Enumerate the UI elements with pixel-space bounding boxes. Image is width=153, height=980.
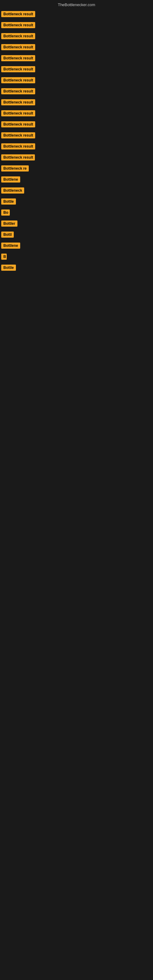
result-row-19[interactable]: Bo bbox=[0, 208, 153, 219]
result-row-11[interactable]: Bottleneck result bbox=[0, 119, 153, 130]
result-row-12[interactable]: Bottleneck result bbox=[0, 130, 153, 142]
bottleneck-badge-3[interactable]: Bottleneck result bbox=[1, 33, 35, 39]
result-row-4[interactable]: Bottleneck result bbox=[0, 42, 153, 53]
bottleneck-badge-15[interactable]: Bottleneck re bbox=[1, 165, 29, 172]
result-row-10[interactable]: Bottleneck result bbox=[0, 108, 153, 119]
bottleneck-badge-1[interactable]: Bottleneck result bbox=[1, 11, 35, 17]
bottleneck-badge-21[interactable]: Bottl bbox=[1, 232, 14, 238]
result-row-22[interactable]: Bottlene bbox=[0, 241, 153, 252]
bottleneck-badge-11[interactable]: Bottleneck result bbox=[1, 121, 35, 127]
result-row-13[interactable]: Bottleneck result bbox=[0, 142, 153, 153]
site-title: TheBottlenecker.com bbox=[58, 2, 95, 7]
badges-container: Bottleneck resultBottleneck resultBottle… bbox=[0, 9, 153, 274]
bottleneck-badge-22[interactable]: Bottlene bbox=[1, 243, 20, 249]
result-row-2[interactable]: Bottleneck result bbox=[0, 20, 153, 31]
bottleneck-badge-19[interactable]: Bo bbox=[1, 210, 10, 216]
bottleneck-badge-16[interactable]: Bottlene bbox=[1, 177, 20, 183]
result-row-24[interactable]: Bottle bbox=[0, 263, 153, 274]
bottleneck-badge-24[interactable]: Bottle bbox=[1, 265, 16, 271]
result-row-1[interactable]: Bottleneck result bbox=[0, 9, 153, 20]
result-row-9[interactable]: Bottleneck result bbox=[0, 97, 153, 108]
bottleneck-badge-7[interactable]: Bottleneck result bbox=[1, 77, 35, 83]
bottleneck-badge-12[interactable]: Bottleneck result bbox=[1, 132, 35, 138]
bottleneck-badge-10[interactable]: Bottleneck result bbox=[1, 110, 35, 116]
bottleneck-badge-14[interactable]: Bottleneck result bbox=[1, 154, 35, 161]
page-container: TheBottlenecker.com Bottleneck resultBot… bbox=[0, 0, 153, 980]
result-row-3[interactable]: Bottleneck result bbox=[0, 31, 153, 42]
result-row-15[interactable]: Bottleneck re bbox=[0, 164, 153, 175]
result-row-20[interactable]: Bottler bbox=[0, 219, 153, 230]
site-header: TheBottlenecker.com bbox=[0, 0, 153, 9]
bottleneck-badge-17[interactable]: Bottleneck bbox=[1, 188, 24, 194]
result-row-17[interactable]: Bottleneck bbox=[0, 186, 153, 197]
bottleneck-badge-23[interactable]: B bbox=[1, 254, 7, 260]
result-row-8[interactable]: Bottleneck result bbox=[0, 86, 153, 97]
result-row-18[interactable]: Bottle bbox=[0, 197, 153, 208]
bottleneck-badge-6[interactable]: Bottleneck result bbox=[1, 66, 35, 72]
bottleneck-badge-13[interactable]: Bottleneck result bbox=[1, 143, 35, 150]
result-row-21[interactable]: Bottl bbox=[0, 230, 153, 241]
bottleneck-badge-18[interactable]: Bottle bbox=[1, 199, 16, 205]
result-row-7[interactable]: Bottleneck result bbox=[0, 75, 153, 86]
bottleneck-badge-20[interactable]: Bottler bbox=[1, 221, 18, 227]
bottleneck-badge-2[interactable]: Bottleneck result bbox=[1, 22, 35, 28]
bottleneck-badge-8[interactable]: Bottleneck result bbox=[1, 88, 35, 94]
result-row-14[interactable]: Bottleneck result bbox=[0, 153, 153, 164]
bottleneck-badge-4[interactable]: Bottleneck result bbox=[1, 44, 35, 50]
bottleneck-badge-9[interactable]: Bottleneck result bbox=[1, 99, 35, 105]
bottleneck-badge-5[interactable]: Bottleneck result bbox=[1, 55, 35, 61]
result-row-5[interactable]: Bottleneck result bbox=[0, 53, 153, 64]
result-row-16[interactable]: Bottlene bbox=[0, 175, 153, 186]
result-row-6[interactable]: Bottleneck result bbox=[0, 64, 153, 75]
result-row-23[interactable]: B bbox=[0, 252, 153, 263]
